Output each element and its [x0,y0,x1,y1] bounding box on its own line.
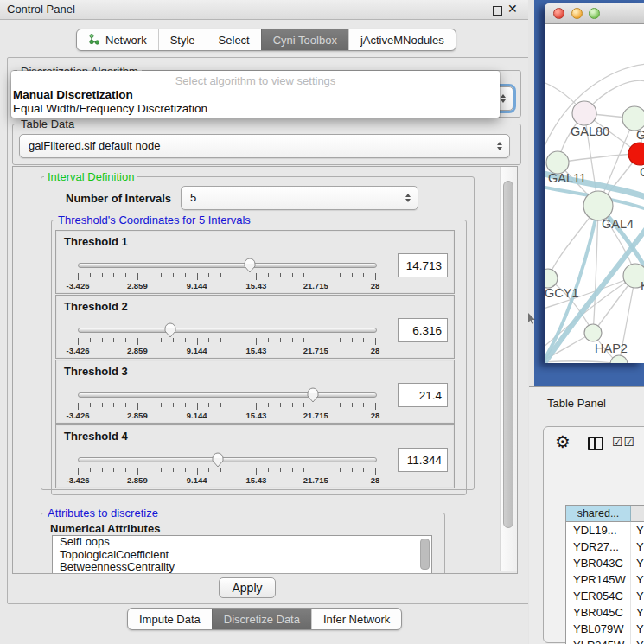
network-window[interactable]: GAL80GACGAL11GAL4GCY1HHAP2 [545,3,644,363]
tab-impute-data[interactable]: Impute Data [128,609,212,629]
settings-scrollbar-track[interactable] [500,167,517,571]
apply-button[interactable]: Apply [219,577,276,598]
settings-scrollpane: Interval Definition Number of Intervals … [12,166,518,574]
table-row[interactable]: YBR043CYBR0 [566,555,644,571]
settings-scrollbar-thumb[interactable] [503,181,513,528]
cell-name: YBR0 [631,555,644,571]
slider-tick [328,468,328,472]
dropdown-option-manual-discretization[interactable]: Manual Discretization [13,88,133,101]
minimize-window-icon[interactable] [571,8,583,19]
slider-tick [316,273,316,280]
slider-tick [292,338,293,342]
slider-tick-label: 15.43 [232,475,280,485]
threshold-value-field[interactable]: 21.4 [398,383,448,407]
slider-tick [220,273,221,277]
slider-tick [245,468,245,472]
cell-name: YLR3 [631,637,644,644]
network-node-gal80[interactable] [572,101,596,125]
close-window-icon[interactable] [553,8,564,19]
threshold-value-field[interactable]: 6.316 [398,318,448,342]
float-window-icon[interactable] [493,6,502,16]
network-node-hap2[interactable] [584,324,602,341]
attribute-item-betweennesscentrality[interactable]: BetweennessCentrality [53,561,431,574]
slider-tick [161,338,162,342]
threshold-label: Threshold 3 [64,365,128,378]
gear-icon[interactable]: ⚙ [555,433,571,450]
combo-stepper-icon [405,194,411,202]
column-layout-icon[interactable] [588,437,603,450]
network-node-label[interactable]: HAP2 [595,341,628,355]
slider-tick [102,403,103,407]
threshold-slider-track[interactable] [78,263,377,268]
network-node-label[interactable]: GAL80 [571,124,609,138]
network-node-label[interactable]: H [641,279,644,293]
network-node-edge[interactable] [610,355,628,363]
network-node-gal4[interactable] [583,191,613,220]
slider-tick [245,338,245,342]
slider-tick [102,273,103,277]
select-columns-icon[interactable]: ☑☑ [612,435,635,449]
tab-label: Network [105,34,147,47]
slider-tick [256,273,257,280]
network-node-label[interactable]: GAL4 [602,217,634,231]
threshold-slider-thumb[interactable] [163,322,177,338]
dropdown-hint: Select algorithm to view settings [11,74,500,87]
network-node-c[interactable] [628,143,644,165]
column-header-name[interactable]: na [631,506,644,522]
tab-network[interactable]: Network [77,29,158,50]
tab-style[interactable]: Style [158,29,207,50]
network-window-titlebar[interactable] [545,3,644,24]
slider-tick [328,403,328,407]
zoom-window-icon[interactable] [589,8,600,19]
slider-tick [173,468,174,472]
numerical-attributes-list[interactable]: SelfLoopsTopologicalCoefficientBetweenne… [52,535,432,574]
tab-jactivemnodules[interactable]: jActiveMNodules [348,29,456,50]
network-node-label[interactable]: GCY1 [545,286,579,300]
table-row[interactable]: YDL19...YDL1 [566,522,644,539]
slider-tick [125,468,126,472]
table-row[interactable]: YLR345WYLR3 [566,637,644,644]
network-node-ga[interactable] [622,106,644,131]
slider-tick-label: 28 [351,475,399,485]
tab-label: Discretize Data [224,613,300,626]
threshold-slider-track[interactable] [78,328,377,333]
control-panel-title: Control Panel [7,3,75,16]
slider-tick-label: 9.144 [173,281,221,290]
slider-tick [328,273,328,277]
slider-tick [208,468,209,472]
slider-tick [363,468,364,472]
table-data-combobox[interactable]: galFiltered.sif default node [19,134,510,158]
slider-tick [185,468,186,472]
attribute-item-topologicalcoefficient[interactable]: TopologicalCoefficient [53,549,431,562]
table-row[interactable]: YBR045CYBR0 [566,604,644,621]
network-canvas[interactable]: GAL80GACGAL11GAL4GCY1HHAP2 [545,24,644,363]
network-node-label[interactable]: GA [636,128,644,142]
tab-discretize-data[interactable]: Discretize Data [212,609,311,629]
network-node-label[interactable]: C [640,165,644,179]
tab-select[interactable]: Select [207,29,261,50]
threshold-value-field[interactable]: 14.713 [398,253,448,277]
close-panel-icon[interactable]: ✕ [507,2,518,16]
threshold-slider-track[interactable] [78,457,377,462]
cell-shared-name: YPR145W [566,571,631,588]
number-of-intervals-combobox[interactable]: 5 [181,186,418,210]
threshold-slider-track[interactable] [78,392,377,398]
column-header-shared-name[interactable]: shared... [566,506,631,522]
threshold-slider-thumb[interactable] [306,386,320,403]
table-row[interactable]: YPR145WYPR1 [566,571,644,588]
table-row[interactable]: YBL079WYBL0 [566,621,644,637]
slider-tick-label: 2.859 [113,346,162,355]
network-node-label[interactable]: GAL11 [548,171,586,185]
dropdown-option-equal-width-frequency-discretization[interactable]: Equal Width/Frequency Discretization [13,102,207,115]
threshold-slider-thumb[interactable] [211,451,225,468]
list-scrollbar-thumb[interactable] [420,539,430,570]
tab-label: Cyni Toolbox [273,34,337,47]
tab-cyni-toolbox[interactable]: Cyni Toolbox [261,29,348,50]
tab-infer-network[interactable]: Infer Network [311,609,401,629]
table-data-value: galFiltered.sif default node [29,139,160,152]
attribute-item-selfloops[interactable]: SelfLoops [53,536,431,549]
table-row[interactable]: YDR27...YDR2 [566,539,644,555]
threshold-slider-thumb[interactable] [243,257,257,273]
table-row[interactable]: YER054CYER0 [566,588,644,604]
threshold-value-field[interactable]: 11.344 [398,448,448,472]
